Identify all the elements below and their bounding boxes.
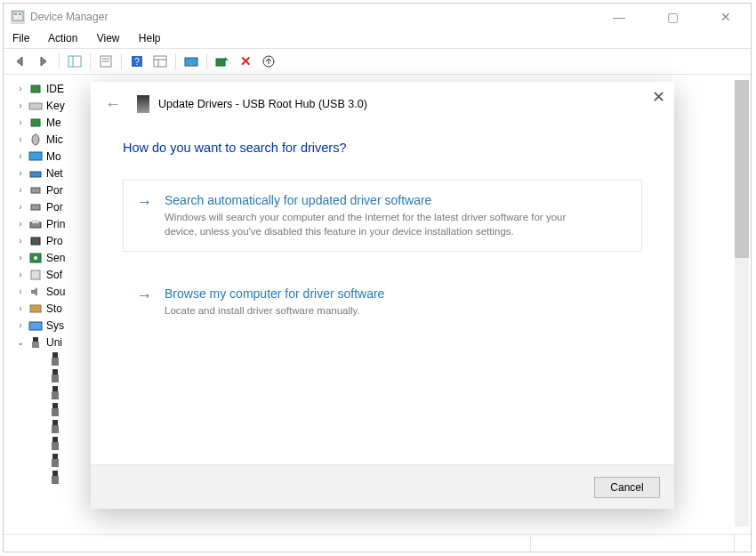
svg-rect-38 <box>52 375 59 383</box>
storage-icon <box>28 302 43 315</box>
svg-rect-48 <box>52 459 59 467</box>
back-arrow-icon[interactable]: ← <box>105 95 121 114</box>
update-drivers-dialog: ← Update Drivers - USB Root Hub (USB 3.0… <box>91 82 674 509</box>
window-controls: — ▢ ✕ <box>601 10 744 24</box>
tree-item[interactable]: ›IDE <box>16 80 96 97</box>
maximize-button[interactable]: ▢ <box>655 10 690 24</box>
tree-item-usb-child[interactable] <box>50 469 96 486</box>
minimize-button[interactable]: — <box>601 10 637 24</box>
caret-icon: › <box>16 134 25 144</box>
svg-rect-27 <box>31 238 40 245</box>
software-icon <box>28 269 43 281</box>
menu-view[interactable]: View <box>97 32 120 44</box>
tree-item-label: IDE <box>46 83 64 95</box>
svg-rect-15 <box>216 59 225 66</box>
tree-item[interactable]: ›Pro <box>16 232 96 249</box>
view-icon[interactable] <box>150 52 170 70</box>
tree-item[interactable]: ›Sof <box>16 266 96 283</box>
tree-item[interactable]: ›Mic <box>16 131 96 148</box>
tree-item[interactable]: ›Sto <box>16 300 96 317</box>
svg-rect-45 <box>52 437 58 442</box>
uninstall-icon[interactable]: ✕ <box>236 52 255 70</box>
tree-item[interactable]: ›Sen <box>16 249 96 266</box>
svg-rect-37 <box>52 369 58 375</box>
vertical-scrollbar[interactable] <box>735 80 749 527</box>
tree-item-label: Me <box>46 117 61 129</box>
tree-item[interactable]: ›Sou <box>16 283 96 300</box>
option-description: Locate and install driver software manua… <box>165 304 574 318</box>
device-tree[interactable]: ›IDE›Key›Me›Mic›Mo›Net›Por›Por›Prin›Pro›… <box>16 80 96 536</box>
show-hide-tree-icon[interactable] <box>65 52 84 70</box>
menu-file[interactable]: File <box>12 32 29 44</box>
dialog-header: ← Update Drivers - USB Root Hub (USB 3.0… <box>91 82 674 126</box>
port-icon <box>28 184 43 197</box>
tree-item[interactable]: ›Key <box>16 97 96 114</box>
menubar: File Action View Help <box>4 30 751 49</box>
svg-rect-30 <box>31 270 40 279</box>
toolbar: ? ✕ <box>4 49 751 75</box>
status-cell <box>4 535 531 552</box>
window-title: Device Manager <box>30 11 601 23</box>
arrow-right-icon: → <box>136 286 152 305</box>
svg-rect-2 <box>19 13 21 15</box>
svg-rect-44 <box>52 425 59 433</box>
svg-rect-26 <box>32 220 39 223</box>
usb-icon <box>28 336 43 349</box>
tree-item-usb-child[interactable] <box>50 401 96 418</box>
caret-icon: › <box>16 270 25 279</box>
svg-rect-17 <box>31 85 40 93</box>
menu-action[interactable]: Action <box>48 32 77 44</box>
svg-rect-43 <box>52 420 58 425</box>
update-driver-icon[interactable] <box>181 52 201 70</box>
dialog-footer: Cancel <box>91 464 674 509</box>
svg-text:?: ? <box>134 57 140 67</box>
tree-item-usb-child[interactable] <box>50 452 96 469</box>
back-icon[interactable] <box>11 52 30 70</box>
tree-item-usb-child[interactable] <box>50 367 96 384</box>
titlebar[interactable]: Device Manager — ▢ ✕ <box>4 4 751 30</box>
menu-help[interactable]: Help <box>139 32 161 44</box>
tree-item-label: Por <box>46 201 63 214</box>
scan-hardware-icon[interactable] <box>213 52 232 70</box>
tree-item[interactable]: ›Mo <box>16 148 96 165</box>
tree-item[interactable]: ›Por <box>16 198 96 215</box>
tree-item-label: Sou <box>46 286 65 298</box>
tree-item[interactable]: ›Me <box>16 114 96 131</box>
printer-icon <box>28 218 43 230</box>
option-browse-computer[interactable]: → Browse my computer for driver software… <box>123 273 642 332</box>
forward-icon[interactable] <box>34 52 53 70</box>
cancel-button[interactable]: Cancel <box>594 477 660 498</box>
app-icon <box>11 10 25 24</box>
tree-item-usb-child[interactable] <box>50 418 96 435</box>
tree-item[interactable]: ›Net <box>16 165 96 181</box>
svg-rect-40 <box>52 391 59 399</box>
tree-item[interactable]: ›Sys <box>16 317 96 334</box>
add-legacy-icon[interactable] <box>259 52 278 70</box>
caret-icon: › <box>16 236 25 246</box>
tree-item[interactable]: ›Por <box>16 181 96 198</box>
separator <box>175 53 176 69</box>
properties-icon[interactable] <box>96 52 116 70</box>
tree-item-label: Sys <box>46 319 64 332</box>
tree-item-label: Net <box>46 167 63 180</box>
help-icon[interactable]: ? <box>127 52 147 70</box>
svg-rect-49 <box>52 471 58 476</box>
svg-rect-22 <box>30 172 41 177</box>
caret-icon: › <box>16 168 25 178</box>
tree-item-usb-child[interactable] <box>50 384 96 401</box>
tree-item[interactable]: ⌄Uni <box>16 334 96 351</box>
tree-item-usb-child[interactable] <box>50 435 96 452</box>
option-search-automatically[interactable]: → Search automatically for updated drive… <box>123 180 642 252</box>
scrollbar-thumb[interactable] <box>735 80 749 258</box>
dialog-close-icon[interactable]: ✕ <box>652 87 665 107</box>
caret-icon: ⌄ <box>16 337 25 347</box>
caret-icon: › <box>16 202 25 212</box>
tree-item[interactable]: ›Prin <box>16 215 96 232</box>
svg-rect-3 <box>68 56 81 67</box>
svg-rect-50 <box>52 476 59 484</box>
usb-plug-icon <box>50 470 60 486</box>
dialog-question: How do you want to search for drivers? <box>123 141 642 155</box>
close-button[interactable]: ✕ <box>708 10 744 24</box>
network-icon <box>28 167 43 180</box>
tree-item-usb-child[interactable] <box>50 351 96 367</box>
